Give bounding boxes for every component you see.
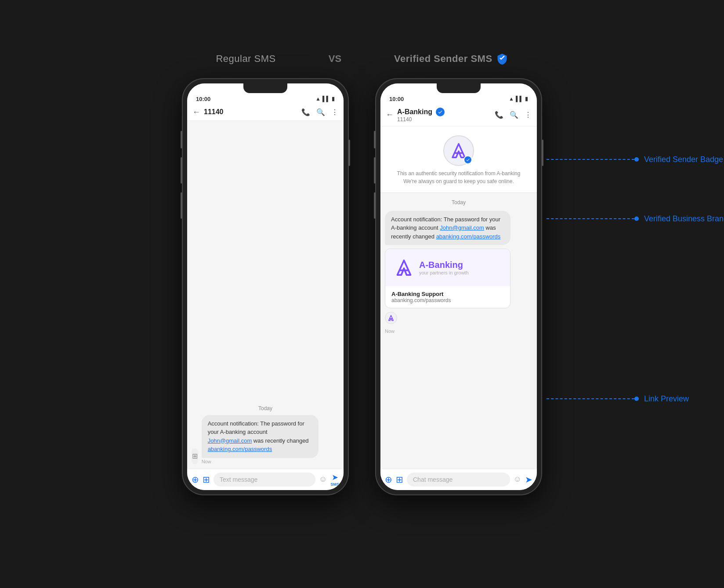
url-link[interactable]: abanking.com/passwords [208,446,272,452]
status-icons-2: ▲ ▌▌ ▮ [509,96,528,102]
signal-icon-2: ▌▌ [516,96,523,102]
sender-name: A-Banking [397,108,432,116]
attach-icon-2[interactable]: ⊞ [396,474,403,485]
more-icon-2[interactable]: ⋮ [525,111,532,119]
attach-icon[interactable]: ⊞ [203,474,210,485]
sms-bubble: Account notification: The password for y… [202,415,319,458]
chat-input-regular[interactable]: ⊕ ⊞ Text message ☺ ➤ SMS [187,469,344,490]
add-icon-2[interactable]: ⊕ [385,474,392,485]
chat-body-verified: Today Account notification: The password… [380,193,537,469]
header-row: Regular SMS VS Verified Sender SMS [98,53,626,65]
wifi-icon: ▲ [315,96,321,102]
shield-header-icon [496,53,508,65]
search-icon-2[interactable]: 🔍 [510,111,518,119]
avatar-check-icon [466,158,470,162]
add-icon[interactable]: ⊕ [192,474,199,485]
emoji-icon[interactable]: ☺ [319,475,327,484]
link-preview-card: A-Banking your partners in growth A-Bank… [385,249,510,308]
bubble-text-mid: was recently changed [252,437,308,444]
chat-input-verified[interactable]: ⊕ ⊞ Chat message ☺ ➤ [380,469,537,490]
contact-name: 11140 [204,108,298,116]
regular-sms-label: Regular SMS [216,53,275,65]
sender-number: 11140 [397,116,491,123]
more-icon[interactable]: ⋮ [331,108,338,116]
bubble-text-pre: Account notification: The password for y… [208,420,304,436]
verified-sms-label: Verified Sender SMS [394,53,492,65]
date-label: Today [192,405,339,411]
badge-annotation: Verified Sender Badge [547,155,723,164]
volume-down-button [181,192,182,219]
power-button-2 [542,140,543,166]
business-profile: This an authentic security notification … [380,126,537,193]
regular-phone: 10:00 ▲ ▌▌ ▮ ← 11140 📞 🔍 [182,78,349,495]
sender-a-icon [387,314,395,321]
grid-icon: ⊞ [192,452,198,460]
volume-down-button-2 [374,192,376,219]
back-button[interactable]: ← [192,108,200,117]
emoji-icon-2[interactable]: ☺ [514,475,521,484]
phone-notch-2 [437,83,481,93]
business-desc-line1: This an authentic security notification … [397,170,521,177]
verified-phone: 10:00 ▲ ▌▌ ▮ ← A-Banking [375,78,542,495]
brand-annotation-label: Verified Business Brand [644,214,724,224]
volume-up-button [181,157,182,184]
message-timestamp: Now [202,459,339,464]
badge-dashed-line [547,159,634,160]
wifi-icon-2: ▲ [509,96,514,102]
signal-icon: ▌▌ [322,96,330,102]
preview-annotation: Link Preview [547,394,689,404]
status-time-2: 10:00 [389,96,404,102]
chat-header-regular: ← 11140 📞 🔍 ⋮ [187,104,344,121]
badge-end-dot [634,157,639,162]
phones-container: 10:00 ▲ ▌▌ ▮ ← 11140 📞 🔍 [182,78,542,495]
header-actions: 📞 🔍 ⋮ [301,108,338,116]
chat-input-placeholder: Chat message [413,476,452,483]
preview-a-logo [394,258,414,278]
preview-tagline: your partners in growth [419,270,469,275]
vs-label: VS [329,53,341,65]
link-preview-image: A-Banking your partners in growth [385,249,510,286]
search-icon[interactable]: 🔍 [316,108,325,116]
call-icon[interactable]: 📞 [301,108,310,116]
preview-annotation-label: Link Preview [644,394,689,404]
business-desc-line2: We're always on guard to keep you safe o… [397,177,521,185]
verified-bubble: Account notification: The password for y… [385,211,510,245]
brand-dashed-line [547,218,634,219]
back-button-2[interactable]: ← [386,110,394,119]
sender-avatar: ⊞ [192,448,198,464]
preview-company-name: A-Banking [419,260,469,270]
power-button [348,140,350,166]
sender-icon-row [385,312,532,324]
avatar-verified-badge [463,155,472,164]
link-preview-text: A-Banking Support abanking.com/passwords [385,286,510,308]
sms-label: SMS [330,482,339,487]
chat-input-field[interactable]: Chat message [407,473,510,487]
status-icons: ▲ ▌▌ ▮ [315,96,335,102]
send-icon: ➤ [332,473,338,482]
header-actions-2: 📞 🔍 ⋮ [495,111,532,119]
business-description: This an authentic security notification … [397,170,521,185]
volume-up-button-2 [374,157,376,184]
email-link-2[interactable]: John@gmail.com [440,224,484,231]
messages-area: Today ⊞ Account notification: The passwo… [187,399,344,469]
call-icon-2[interactable]: 📞 [495,111,503,119]
battery-icon: ▮ [332,96,335,102]
preview-url: abanking.com/passwords [391,297,504,303]
preview-end-dot [634,397,639,401]
url-link-2[interactable]: abanking.com/passwords [436,233,501,240]
sender-icon [385,312,397,324]
checkmark-icon [438,109,443,115]
date-label-2: Today [385,199,532,206]
email-link[interactable]: John@gmail.com [208,437,252,444]
status-time: 10:00 [196,96,210,102]
brand-annotation: Verified Business Brand [547,214,724,224]
preview-dashed-line [547,398,634,399]
input-placeholder: Text message [220,476,257,483]
send-button-2[interactable]: ➤ [525,474,532,485]
badge-annotation-label: Verified Sender Badge [644,155,723,164]
send-button[interactable]: ➤ SMS [330,473,339,487]
message-timestamp-2: Now [385,328,532,334]
preview-title: A-Banking Support [391,291,504,297]
chat-header-verified: ← A-Banking 11140 📞 [380,104,537,126]
text-input[interactable]: Text message [214,473,315,487]
